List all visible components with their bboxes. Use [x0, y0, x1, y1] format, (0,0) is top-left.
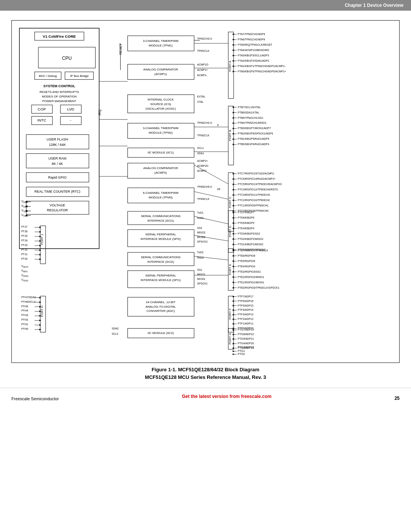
svg-text:16: 16 — [217, 187, 220, 191]
svg-text:PTH1: PTH1 — [21, 323, 28, 326]
svg-text:PTC7/RGPIO15/TxD2/ACMP2-: PTC7/RGPIO15/TxD2/ACMP2- — [238, 172, 275, 175]
svg-text:MISO2: MISO2 — [197, 231, 206, 234]
svg-text:TxD1: TxD1 — [197, 211, 204, 214]
svg-text:8K / 4K: 8K / 4K — [52, 162, 63, 166]
svg-text:PTJ6: PTJ6 — [21, 230, 27, 233]
svg-text:PTA3/KBI1P3/SCL1/ADP3: PTA3/KBI1P3/SCL1/ADP3 — [238, 54, 269, 57]
svg-text:SPSCK1: SPSCK1 — [197, 282, 208, 285]
svg-text:PTB0/KBI1P4/RxD1/ADP4: PTB0/KBI1P4/RxD1/ADP4 — [238, 143, 269, 145]
svg-text:MODULE (TPM1): MODULE (TPM1) — [149, 44, 173, 47]
block-diagram: V1 ColdFire CORE CPU BDC / Debug IP Bus … — [16, 24, 395, 355]
figure-caption: Figure 1-1. MCF51QE128/64/32 Block Diagr… — [11, 367, 400, 372]
svg-text:PTE1/RGPIO1/MOSI1: PTE1/RGPIO1/MOSI1 — [238, 281, 264, 284]
page-number: 25 — [395, 396, 400, 401]
svg-text:ANALOG-TO-DIGITAL: ANALOG-TO-DIGITAL — [145, 305, 176, 308]
svg-text:PTG2/ADP18: PTG2/ADP18 — [238, 346, 254, 348]
svg-text:CPU: CPU — [62, 56, 72, 61]
svg-text:MODULE (TPM3): MODULE (TPM3) — [149, 196, 173, 199]
svg-text:ACMP1-: ACMP1- — [197, 74, 207, 77]
svg-text:ANALOG COMPARATOR: ANALOG COMPARATOR — [143, 68, 178, 71]
svg-text:ACMP2-: ACMP2- — [197, 169, 207, 172]
svg-text:COP: COP — [38, 107, 46, 111]
svg-rect-97 — [127, 252, 194, 266]
svg-text:USER FLASH: USER FLASH — [47, 137, 68, 141]
svg-text:PTH7/SDA2: PTH7/SDA2 — [21, 296, 36, 299]
svg-text:PTJ5: PTJ5 — [21, 235, 27, 237]
svg-text:PORT F: PORT F — [228, 308, 232, 320]
svg-text:MOSI1: MOSI1 — [197, 278, 206, 280]
svg-text:PTC4/RGPIO12/TPM3CH4/RSTO: PTC4/RGPIO12/TPM3CH4/RSTO — [238, 188, 278, 191]
svg-text:VOLTAGE: VOLTAGE — [49, 203, 65, 207]
svg-text:SCL2: SCL2 — [112, 332, 118, 335]
svg-text:IIC MODULE (IIC2): IIC MODULE (IIC2) — [148, 331, 174, 335]
content-area: V1 ColdFire CORE CPU BDC / Debug IP Bus … — [0, 11, 411, 388]
svg-text:PTF5/ADP15: PTF5/ADP15 — [238, 304, 253, 307]
svg-text:PTH5: PTH5 — [21, 305, 28, 308]
svg-text:PTE5/RGPIO5: PTE5/RGPIO5 — [238, 260, 255, 262]
svg-text:PTE3/RGPIO3/SS1: PTE3/RGPIO3/SS1 — [238, 270, 261, 273]
svg-text:INTERFACE (SCI1): INTERFACE (SCI1) — [147, 219, 174, 222]
svg-text:PTD3/KBI2P3/SS2: PTD3/KBI2P3/SS2 — [238, 232, 260, 235]
svg-text:PTH3: PTH3 — [21, 314, 28, 316]
svg-text:INTC: INTC — [37, 118, 46, 122]
svg-text:PTE7/RGPIO7/TPM3CLK: PTE7/RGPIO7/TPM3CLK — [238, 249, 268, 252]
svg-text:PTE2/RGPIO2/MISO1: PTE2/RGPIO2/MISO1 — [238, 276, 264, 278]
footer-link[interactable]: Get the latest version from freescale.co… — [182, 394, 271, 399]
svg-text:PTJ2: PTJ2 — [21, 248, 27, 251]
svg-text:PORT D: PORT D — [228, 226, 232, 237]
svg-text:PTE0/RGPIO0/TPM2CLK/SPSCK1: PTE0/RGPIO0/TPM2CLK/SPSCK1 — [238, 286, 279, 289]
svg-text:PTF3/ADP13: PTF3/ADP13 — [238, 313, 253, 316]
svg-text:SERIAL COMMUNICATIONS: SERIAL COMMUNICATIONS — [141, 256, 180, 259]
svg-text:IIC MODULE (IIC1): IIC MODULE (IIC1) — [148, 151, 174, 154]
svg-text:TPM2CLK: TPM2CLK — [197, 134, 209, 137]
svg-text:PTA0/KBI1P0/TPM1CH0/ADP0/ACMP1: PTA0/KBI1P0/TPM1CH0/ADP0/ACMP1+ — [238, 70, 286, 73]
svg-text:PTJ3: PTJ3 — [21, 244, 27, 246]
svg-text:USER RAM: USER RAM — [48, 157, 66, 160]
svg-text:PTD4/KBI2P4: PTD4/KBI2P4 — [238, 227, 255, 230]
svg-text:PTA4/ACMP1O/BKGD/MS: PTA4/ACMP1O/BKGD/MS — [238, 49, 269, 51]
svg-text:PTF4/ADP14: PTF4/ADP14 — [238, 308, 253, 311]
svg-text:SYSTEM CONTROL: SYSTEM CONTROL — [43, 84, 75, 88]
svg-text:SS1: SS1 — [197, 268, 202, 271]
svg-text:PTB6/SDA1/XTAL: PTB6/SDA1/XTAL — [238, 111, 260, 114]
svg-text:TPM1CH2-0: TPM1CH2-0 — [197, 37, 212, 40]
svg-text:PTJ0: PTJ0 — [21, 257, 27, 260]
footer-company: Freescale Semiconductor — [11, 396, 59, 401]
svg-text:MODULE (TPM2): MODULE (TPM2) — [149, 131, 173, 134]
svg-text:VSSAD: VSSAD — [21, 278, 29, 282]
svg-text:PTD6/KBI2P6: PTD6/KBI2P6 — [238, 216, 255, 219]
svg-text:ACMP2O: ACMP2O — [197, 165, 209, 167]
svg-text:PTG4/ADP20: PTG4/ADP20 — [238, 342, 254, 345]
svg-text:3: 3 — [217, 123, 219, 127]
svg-text:PTA7/TPM2CH2/ADP9: PTA7/TPM2CH2/ADP9 — [238, 33, 265, 35]
svg-text:SOURCE (ICS): SOURCE (ICS) — [150, 102, 171, 106]
svg-text:PTC3/RGPIO11/TPM3CH3: PTC3/RGPIO11/TPM3CH3 — [238, 193, 270, 196]
svg-text:3-CHANNEL TIMER/PWM: 3-CHANNEL TIMER/PWM — [143, 39, 178, 43]
svg-line-237 — [194, 165, 228, 184]
svg-text:SDA2: SDA2 — [112, 327, 118, 330]
svg-text:XTAL: XTAL — [197, 101, 204, 103]
svg-rect-28 — [26, 153, 89, 168]
svg-text:PTB7/SCL1/EXTAL: PTB7/SCL1/EXTAL — [238, 106, 261, 109]
svg-text:EXTAL: EXTAL — [197, 95, 206, 98]
chapter-title: Chapter 1 Device Overview — [345, 3, 403, 8]
svg-text:OSCILLATOR (XOSC): OSCILLATOR (XOSC) — [145, 107, 176, 110]
svg-text:PORT H: PORT H — [40, 305, 44, 317]
svg-text:PTD7/KBI2P7: PTD7/KBI2P7 — [238, 211, 255, 214]
svg-text:VDD: VDD — [21, 200, 27, 203]
svg-text:PTG5/ADP21: PTG5/ADP21 — [238, 337, 254, 340]
svg-text:PTA1/KBI1P1/TPM2CH0/ADP1/ACMP1: PTA1/KBI1P1/TPM2CH0/ADP1/ACMP1- — [238, 65, 286, 67]
svg-text:Rapid GPIO: Rapid GPIO — [48, 176, 67, 179]
svg-text:INTERFACE MODULE (SPI2): INTERFACE MODULE (SPI2) — [140, 237, 181, 241]
manual-title: MCF51QE128 MCU Series Reference Manual, … — [11, 374, 400, 380]
svg-text:PTG6/ADP22: PTG6/ADP22 — [238, 333, 254, 335]
svg-text:PTJ7: PTJ7 — [21, 225, 27, 228]
svg-text:TPM2CH2-0: TPM2CH2-0 — [197, 121, 212, 124]
svg-text:SS2: SS2 — [197, 227, 202, 229]
svg-text:V1 ColdFire CORE: V1 ColdFire CORE — [43, 34, 76, 38]
svg-text:SPSCK2: SPSCK2 — [197, 240, 208, 243]
svg-text:PTB1/KBI1P5/RxD1/ADP5: PTB1/KBI1P5/RxD1/ADP5 — [238, 137, 269, 140]
svg-text:PTJ4: PTJ4 — [21, 239, 27, 242]
svg-text:ACMP1O: ACMP1O — [197, 63, 209, 66]
svg-text:PTD5/KBI2P5: PTD5/KBI2P5 — [238, 222, 255, 224]
